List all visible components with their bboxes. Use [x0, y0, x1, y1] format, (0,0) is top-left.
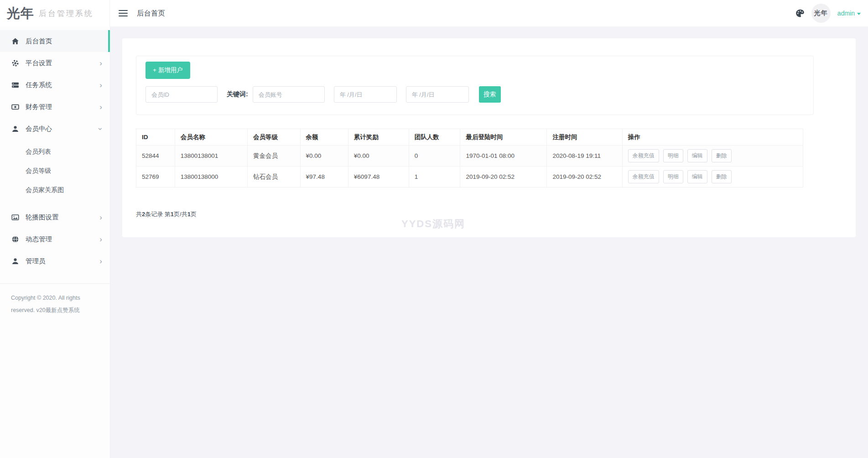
table-cell: 2020-08-19 19:11 — [547, 146, 622, 167]
table-cell: 1 — [409, 167, 460, 187]
logo-suffix: 后台管理系统 — [39, 8, 94, 19]
sidebar-item-dynamic[interactable]: 动态管理› — [0, 228, 110, 250]
column-header: 操作 — [622, 129, 803, 146]
main-content: + 新增用户 关键词: 搜索 ID会员名称会员等级余额累计奖励团队人数最后登陆时… — [110, 26, 868, 458]
date-end-input[interactable] — [406, 86, 469, 103]
column-header: ID — [136, 129, 175, 146]
keyword-label: 关键词: — [227, 90, 248, 99]
image-icon — [11, 213, 19, 221]
delete-button[interactable]: 删除 — [712, 170, 732, 183]
members-table-wrap: ID会员名称会员等级余额累计奖励团队人数最后登陆时间注册时间操作 5284413… — [136, 129, 842, 187]
user-menu[interactable]: admin — [837, 10, 861, 17]
sidebar-item-label: 轮播图设置 — [26, 213, 99, 222]
sidebar-item-label: 会员中心 — [26, 125, 99, 133]
menu-icon[interactable] — [119, 8, 128, 18]
recharge-button[interactable]: 余额充值 — [628, 170, 659, 183]
table-cell: 0 — [409, 146, 460, 167]
sidebar-item-tasks[interactable]: 任务系统› — [0, 74, 110, 96]
add-user-button[interactable]: + 新增用户 — [146, 62, 190, 79]
table-row: 5276913800138000钻石会员¥97.48¥6097.4812019-… — [136, 167, 803, 187]
pagination-text: 条记录 第 — [145, 211, 171, 218]
palette-icon[interactable] — [795, 9, 805, 18]
chevron-right-icon: › — [99, 257, 102, 265]
caret-down-icon — [857, 13, 861, 15]
tasks-icon — [11, 81, 19, 89]
user-icon — [11, 125, 19, 133]
avatar[interactable]: 光年 — [811, 4, 831, 23]
filter-row: 关键词: 搜索 — [146, 86, 804, 103]
table-body: 5284413800138001黄金会员¥0.00¥0.0001970-01-0… — [136, 146, 803, 187]
sidebar-item-label: 任务系统 — [26, 81, 99, 89]
logo: 光年 后台管理系统 — [0, 0, 110, 26]
sidebar-item-label: 管理员 — [26, 257, 99, 265]
sidebar-subitem[interactable]: 会员等级 — [0, 161, 110, 181]
money-icon — [11, 103, 19, 111]
content-card: + 新增用户 关键词: 搜索 ID会员名称会员等级余额累计奖励团队人数最后登陆时… — [122, 38, 856, 237]
sidebar-item-finance[interactable]: 财务管理› — [0, 96, 110, 118]
copyright-text: Copyright © 2020. All rights reserved. v… — [0, 284, 104, 325]
watermark: YYDS源码网 — [401, 217, 465, 231]
member-id-input[interactable] — [146, 86, 218, 103]
sidebar-subitem[interactable]: 会员列表 — [0, 142, 110, 161]
sidebar-item-home[interactable]: 后台首页 — [0, 30, 110, 52]
members-table: ID会员名称会员等级余额累计奖励团队人数最后登陆时间注册时间操作 5284413… — [136, 129, 803, 187]
sidebar-item-carousel[interactable]: 轮播图设置› — [0, 206, 110, 228]
detail-button[interactable]: 明细 — [663, 170, 683, 183]
table-cell-actions: 余额充值明细编辑删除 — [622, 146, 803, 167]
pagination: 共2条记录 第1页/共1页 — [136, 210, 842, 219]
sidebar-item-platform[interactable]: 平台设置› — [0, 52, 110, 74]
account-input[interactable] — [253, 86, 325, 103]
column-header: 注册时间 — [547, 129, 622, 146]
chevron-right-icon: › — [99, 59, 102, 67]
table-cell: ¥97.48 — [300, 167, 348, 187]
pagination-number: 1 — [187, 211, 191, 218]
column-header: 累计奖励 — [348, 129, 409, 146]
sidebar-item-admin[interactable]: 管理员› — [0, 250, 110, 272]
sidebar: 后台首页平台设置›任务系统›财务管理›会员中心›会员列表会员等级会员家关系图轮播… — [0, 26, 110, 458]
sidebar-item-label: 财务管理 — [26, 103, 99, 111]
column-header: 会员等级 — [248, 129, 300, 146]
table-cell: 52844 — [136, 146, 175, 167]
topbar: 光年 后台管理系统 后台首页 光年 admin — [0, 0, 868, 26]
username: admin — [837, 10, 855, 17]
chevron-down-icon: › — [97, 127, 105, 130]
pagination-text: 页 — [191, 211, 197, 218]
chevron-right-icon: › — [99, 81, 102, 89]
table-cell-actions: 余额充值明细编辑删除 — [622, 167, 803, 187]
sidebar-nav: 后台首页平台设置›任务系统›财务管理›会员中心›会员列表会员等级会员家关系图轮播… — [0, 30, 110, 272]
table-cell: 1970-01-01 08:00 — [460, 146, 547, 167]
edit-button[interactable]: 编辑 — [687, 149, 707, 162]
home-icon — [11, 37, 19, 45]
detail-button[interactable]: 明细 — [663, 149, 683, 162]
date-start-input[interactable] — [334, 86, 397, 103]
pagination-text: 共 — [136, 211, 142, 218]
column-header: 余额 — [300, 129, 348, 146]
page-title: 后台首页 — [137, 9, 165, 18]
table-cell: 13800138000 — [175, 167, 247, 187]
pagination-number: 1 — [171, 211, 174, 218]
table-cell: 2019-09-20 02:52 — [460, 167, 547, 187]
gear-icon — [11, 59, 19, 67]
sidebar-subitem[interactable]: 会员家关系图 — [0, 181, 110, 200]
globe-icon — [11, 235, 19, 243]
table-header-row: ID会员名称会员等级余额累计奖励团队人数最后登陆时间注册时间操作 — [136, 129, 803, 146]
table-cell: 13800138001 — [175, 146, 247, 167]
delete-button[interactable]: 删除 — [712, 149, 732, 162]
sidebar-item-members[interactable]: 会员中心› — [0, 118, 110, 140]
table-cell: ¥0.00 — [300, 146, 348, 167]
filter-panel: + 新增用户 关键词: 搜索 — [136, 56, 814, 115]
table-cell: 2019-09-20 02:52 — [547, 167, 622, 187]
topbar-right: 光年 admin — [795, 4, 868, 23]
sidebar-submenu-members: 会员列表会员等级会员家关系图 — [0, 140, 110, 206]
logo-text: 光年 — [7, 7, 34, 20]
column-header: 团队人数 — [409, 129, 460, 146]
chevron-right-icon: › — [99, 213, 102, 221]
recharge-button[interactable]: 余额充值 — [628, 149, 659, 162]
search-button[interactable]: 搜索 — [479, 86, 501, 103]
table-cell: 钻石会员 — [248, 167, 300, 187]
sidebar-item-label: 后台首页 — [26, 37, 102, 46]
chevron-right-icon: › — [99, 235, 102, 243]
edit-button[interactable]: 编辑 — [687, 170, 707, 183]
table-cell: 黄金会员 — [248, 146, 300, 167]
sidebar-item-label: 动态管理 — [26, 235, 99, 244]
